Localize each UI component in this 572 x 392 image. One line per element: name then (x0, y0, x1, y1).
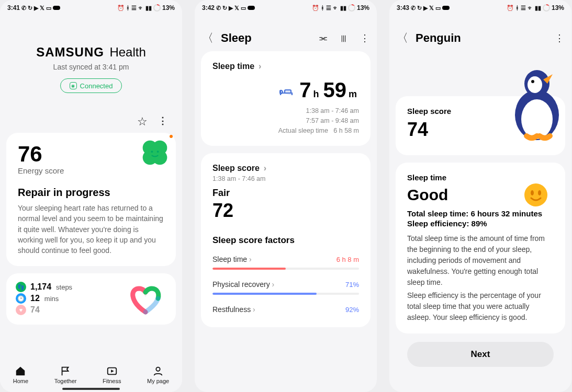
svg-point-13 (531, 80, 534, 83)
screen-sleep: 3:42 ✆ ↻ ▶ 𝕏 ▭ ⏰ ᚼ ☰ ᯤ ▮▮ 13% 〈 Sleep ⫘ … (195, 0, 377, 392)
energy-score-label: Energy score (18, 166, 164, 175)
clover-icon (140, 138, 170, 167)
screen-home: 3:41 ✆ ↻ ▶ 𝕏 ▭ ⏰ ᚼ ☰ ᯤ ▮▮ 13% SAMSUNG He… (0, 0, 182, 392)
nav-home[interactable]: Home (13, 365, 28, 384)
status-bar: 3:42 ✆ ↻ ▶ 𝕏 ▭ ⏰ ᚼ ☰ ᯤ ▮▮ 13% (195, 0, 377, 16)
factor-name: Sleep time (212, 255, 247, 263)
pill-icon (248, 6, 255, 10)
svg-point-6 (157, 151, 159, 153)
chart-icon[interactable]: ⫼ (339, 33, 349, 44)
mins-value: 12 (30, 294, 40, 303)
nav-fitness[interactable]: Fitness (103, 365, 121, 384)
svg-point-16 (538, 190, 541, 195)
range-2: 7:57 am - 9:48 am (212, 116, 359, 126)
bluetooth-icon: ᚼ (515, 5, 519, 11)
factor-restfulness[interactable]: Restfulness › 92% (212, 305, 359, 314)
explainer-1: Total sleep time is the amount of time f… (407, 233, 554, 288)
range-1: 1:38 am - 7:46 am (212, 106, 359, 116)
steps-icon: 👣 (16, 282, 26, 292)
connected-label: Connected (80, 82, 113, 90)
heart-ring-icon (125, 281, 166, 317)
wifi-icon: ☰ (131, 5, 137, 11)
battery-ring-icon (153, 4, 161, 11)
steps-value: 1,174 (30, 282, 51, 292)
alarm-icon: ⏰ (117, 5, 125, 11)
chevron-right-icon: › (253, 305, 255, 314)
factor-value: 92% (345, 306, 359, 314)
chevron-right-icon: › (259, 62, 261, 71)
wifi2-icon: ᯤ (138, 5, 144, 11)
wifi-icon: ☰ (521, 5, 526, 11)
last-synced: Last synced at 3:41 pm (6, 63, 176, 71)
connected-pill[interactable]: ◉ Connected (60, 78, 122, 93)
status-bar: 3:41 ✆ ↻ ▶ 𝕏 ▭ ⏰ ᚼ ☰ ᯤ ▮▮ 13% (0, 0, 182, 16)
wifi-icon: ☰ (326, 5, 331, 11)
x-icon: 𝕏 (234, 5, 239, 11)
wallet-icon: ▭ (435, 5, 441, 11)
factor-physical-recovery[interactable]: Physical recovery › 71% (212, 280, 359, 295)
sleep-time-card[interactable]: Sleep time › 7 h 59 m 1:38 am - 7:46 am … (201, 51, 371, 146)
clock: 3:42 (202, 4, 215, 11)
factor-bar (212, 293, 359, 295)
battery-ring-icon (543, 4, 550, 11)
sleep-time-detail-card: Sleep time Good Total sleep time: 6 hour… (396, 163, 565, 333)
chevron-right-icon: › (264, 164, 266, 173)
notification-dot-icon (170, 135, 173, 138)
flag-icon (60, 365, 71, 377)
chevron-right-icon: › (272, 280, 275, 289)
efficiency-line: Sleep efficiency: 89% (407, 219, 554, 228)
whatsapp-icon: ✆ (21, 5, 26, 11)
signal-icon: ▮▮ (145, 5, 152, 11)
repair-title: Repair in progress (18, 187, 164, 199)
steps-unit: steps (56, 283, 72, 291)
nav-mypage[interactable]: My page (147, 365, 169, 384)
wallet-icon: ▭ (46, 5, 51, 11)
alarm-icon: ⏰ (507, 5, 514, 11)
mins-unit: m (349, 89, 357, 100)
factor-sleep-time[interactable]: Sleep time › 6 h 8 m (212, 255, 359, 270)
nav-mypage-label: My page (147, 378, 169, 384)
x-icon: 𝕏 (429, 5, 434, 11)
hours-value: 7 (299, 78, 311, 102)
svg-point-8 (156, 367, 160, 371)
share-icon[interactable]: ⫘ (318, 33, 328, 44)
youtube-icon: ▶ (34, 5, 38, 11)
svg-point-12 (528, 76, 542, 93)
svg-point-4 (148, 146, 162, 159)
person-icon (152, 365, 164, 377)
back-button[interactable]: 〈 (397, 30, 408, 46)
clock: 3:41 (7, 4, 20, 11)
factor-value: 6 h 8 m (337, 256, 359, 263)
watch-icon: ◉ (70, 82, 77, 89)
repair-body: Your sleeping heart rate has returned to… (18, 203, 164, 256)
energy-card[interactable]: 76 Energy score Repair in progress Your … (6, 133, 176, 266)
total-sleep-line: Total sleep time: 6 hours 32 minutes (407, 209, 554, 218)
more-icon[interactable]: ⋮ (555, 32, 564, 44)
page-title: Sleep (221, 31, 311, 45)
star-icon[interactable]: ☆ (137, 115, 148, 129)
app-brand: SAMSUNG Health (6, 45, 176, 60)
whatsapp-icon: ✆ (216, 5, 221, 11)
next-button[interactable]: Next (407, 342, 554, 367)
score-qualifier: Fair (212, 188, 359, 199)
whatsapp-icon: ✆ (411, 5, 416, 11)
heart-icon: ♥ (16, 305, 26, 315)
more-icon[interactable]: ⋮ (158, 115, 167, 129)
brand-samsung: SAMSUNG (36, 45, 104, 60)
svg-point-10 (521, 99, 553, 139)
factor-bar (212, 268, 359, 270)
bluetooth-icon: ᚼ (321, 5, 324, 11)
sleep-score-card[interactable]: Sleep score › 1:38 am - 7:46 am Fair 72 … (201, 153, 371, 327)
factors-title: Sleep score factors (212, 235, 359, 246)
more-icon[interactable]: ⋮ (360, 32, 369, 44)
mins-row: 🕑 12 mins (16, 293, 119, 304)
sync-icon: ↻ (417, 5, 422, 11)
svg-point-14 (524, 183, 547, 206)
next-label: Next (471, 349, 490, 360)
nav-together[interactable]: Together (54, 365, 77, 384)
nav-home-label: Home (13, 378, 28, 384)
back-button[interactable]: 〈 (202, 30, 214, 46)
score-range: 1:38 am - 7:46 am (212, 175, 359, 182)
activity-card[interactable]: 👣 1,174 steps 🕑 12 mins ♥ 74 (6, 273, 176, 325)
sync-icon: ↻ (222, 5, 227, 11)
